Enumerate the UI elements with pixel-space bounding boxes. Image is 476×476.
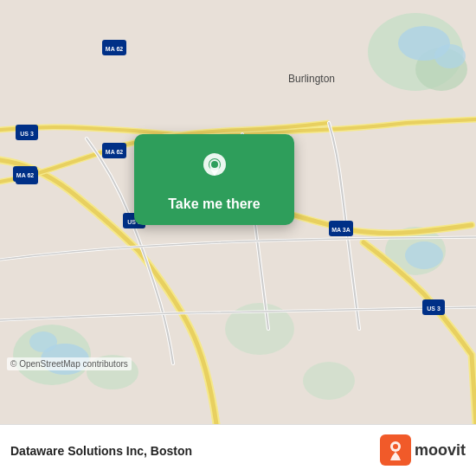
location-pin-icon [197, 151, 232, 186]
svg-point-32 [211, 161, 218, 168]
svg-text:MA 62: MA 62 [106, 46, 123, 52]
svg-text:Burlington: Burlington [288, 73, 335, 85]
svg-text:MA 62: MA 62 [106, 149, 123, 155]
business-name: Dataware Solutions Inc, Boston [10, 444, 192, 458]
bottom-bar: Dataware Solutions Inc, Boston moovit [0, 424, 476, 476]
business-location-text: Boston [151, 444, 192, 458]
business-name-text: Dataware Solutions Inc [10, 444, 144, 458]
map-container: US 3 US 3 US 3 US 3 MA 62 MA 62 MA 62 MA… [0, 0, 476, 424]
svg-point-11 [29, 331, 57, 352]
svg-point-34 [393, 444, 398, 449]
take-me-there-button[interactable]: Take me there [168, 196, 260, 212]
svg-point-12 [405, 241, 443, 269]
svg-point-9 [434, 44, 466, 68]
business-info: Dataware Solutions Inc, Boston [10, 444, 192, 458]
moovit-label-text: moovit [415, 441, 466, 460]
separator: , [144, 444, 147, 458]
map-copyright: © OpenStreetMap contributors [7, 357, 132, 370]
moovit-logo: moovit [380, 434, 466, 466]
svg-text:MA 62: MA 62 [16, 172, 34, 178]
svg-text:US 3: US 3 [20, 131, 34, 137]
svg-text:MA 3A: MA 3A [331, 227, 351, 233]
svg-text:US 3: US 3 [427, 306, 441, 312]
moovit-logo-icon [380, 434, 411, 466]
svg-point-7 [303, 362, 355, 400]
take-me-there-card[interactable]: Take me there [134, 134, 294, 225]
